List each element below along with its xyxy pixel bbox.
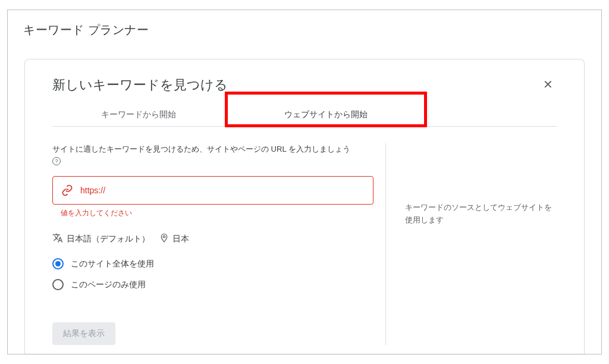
location-icon (159, 233, 169, 244)
page-title: キーワード プランナー (8, 10, 601, 38)
language-selector[interactable]: 日本語（デフォルト） (52, 233, 150, 245)
source-note: キーワードのソースとしてウェブサイトを使用します (405, 202, 557, 227)
svg-point-0 (163, 236, 165, 237)
radio-use-entire-site[interactable]: このサイト全体を使用 (52, 253, 373, 274)
url-error-text: 値を入力してください (61, 208, 373, 218)
tab-start-with-website[interactable]: ウェブサイトから開始 (225, 102, 427, 126)
outer-frame: キーワード プランナー 新しいキーワードを見つける ✕ キーワードから開始 ウェ… (7, 10, 602, 354)
radio-icon (52, 258, 64, 269)
content-row: サイトに適したキーワードを見つけるため、サイトやページの URL を入力しましょ… (52, 143, 557, 345)
tabs: キーワードから開始 ウェブサイトから開始 (52, 102, 557, 127)
radio-label: このページのみ使用 (71, 280, 146, 290)
scope-radio-group: このサイト全体を使用 このページのみ使用 (52, 253, 373, 295)
tab-start-with-keywords[interactable]: キーワードから開始 (52, 102, 225, 126)
show-results-button[interactable]: 結果を表示 (52, 322, 115, 345)
url-input[interactable] (80, 186, 365, 195)
close-button[interactable]: ✕ (539, 76, 557, 93)
url-input-container[interactable] (52, 176, 373, 205)
location-label: 日本 (172, 234, 189, 244)
radio-label: このサイト全体を使用 (71, 259, 154, 269)
card-header: 新しいキーワードを見つける ✕ (52, 76, 557, 94)
link-icon (61, 184, 73, 196)
language-label: 日本語（デフォルト） (67, 234, 150, 244)
radio-use-this-page[interactable]: このページのみ使用 (52, 274, 373, 295)
translate-icon (52, 233, 63, 245)
location-selector[interactable]: 日本 (159, 233, 189, 244)
card-title: 新しいキーワードを見つける (52, 76, 228, 94)
planner-card: 新しいキーワードを見つける ✕ キーワードから開始 ウェブサイトから開始 サイト… (24, 59, 585, 354)
radio-icon (52, 279, 64, 290)
locale-row: 日本語（デフォルト） 日本 (52, 233, 373, 245)
left-column: サイトに適したキーワードを見つけるため、サイトやページの URL を入力しましょ… (52, 143, 385, 345)
right-column: キーワードのソースとしてウェブサイトを使用します (385, 143, 557, 345)
instruction-wrap: サイトに適したキーワードを見つけるため、サイトやページの URL を入力しましょ… (52, 143, 373, 165)
help-icon[interactable]: ? (52, 157, 61, 165)
instruction-text: サイトに適したキーワードを見つけるため、サイトやページの URL を入力しましょ… (52, 145, 350, 153)
